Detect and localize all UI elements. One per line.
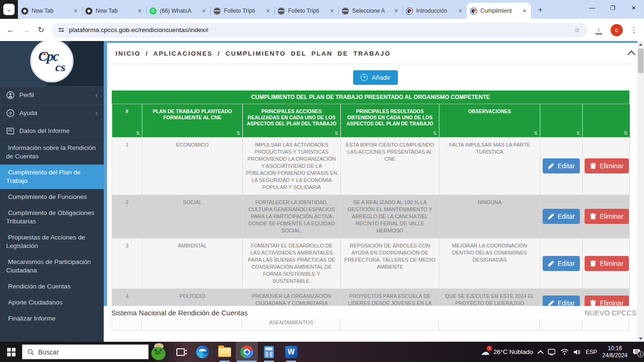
- hidden-icons-chevron[interactable]: [537, 350, 544, 356]
- browser-tab-1[interactable]: New Tab✕: [18, 3, 82, 19]
- sidebar-item-finalizar-informe[interactable]: Finalizar Informe: [0, 311, 104, 327]
- browser-tab-3[interactable]: ✆(66) WhatsA✕: [146, 3, 210, 19]
- sort-icon[interactable]: ⇅: [136, 130, 140, 136]
- sidebar-item-cumplimiento-de-obligaciones-tributarias[interactable]: Cumplimiento de Obligaciones Tributarias: [0, 205, 104, 230]
- sidebar-item-informacion-sobre-la-rendicion-de-cuentas[interactable]: Información sobre la Rendición de Cuenta…: [0, 140, 104, 165]
- table-row-1: 1ECONOMICOIMPULSAR LAS ACTIVIDADES PRODU…: [112, 137, 630, 195]
- cell-acciones: IMPULSAR LAS ACTIVIDADES PRODUCTIVAS Y T…: [243, 137, 341, 195]
- site-info-icon[interactable]: [58, 28, 64, 32]
- sort-icon[interactable]: ⇅: [433, 130, 437, 136]
- sort-icon[interactable]: ⇅: [237, 130, 240, 136]
- reload-button[interactable]: ↻: [38, 26, 44, 34]
- sidebar-item-rendicion-de-cuentas[interactable]: Rendición de Cuentas: [0, 279, 104, 295]
- edit-button[interactable]: Editar: [543, 158, 580, 173]
- profile-avatar[interactable]: c: [611, 24, 623, 36]
- delete-button[interactable]: Eliminar: [585, 256, 629, 271]
- browser-tab-5[interactable]: Folleto Trípti✕: [274, 3, 339, 19]
- sidebar-item-mecanismos-de-participacion-ciudadana[interactable]: Mecanismos de Participación Ciudadana: [0, 254, 104, 279]
- language-indicator[interactable]: ESP: [586, 349, 597, 355]
- weather-widget[interactable]: ☁1 26°C Nublado: [480, 347, 533, 356]
- taskbar-search-input[interactable]: Buscar: [22, 345, 149, 359]
- sidebar-item-datos-del-informe[interactable]: Datos del Informe: [0, 122, 104, 140]
- column-header-3[interactable]: PRINCIPALES ACCIONES REALIZADAS EN CADA …: [243, 104, 341, 137]
- word-icon: W: [285, 346, 297, 358]
- sidebar-item-propuestas-de-acciones-de-legislacion[interactable]: Propuestas de Acciones de Legislación: [0, 230, 104, 254]
- edit-button[interactable]: Editar: [543, 209, 580, 224]
- window-minimize-button[interactable]: —: [582, 0, 603, 16]
- chrome-taskbar-button[interactable]: [236, 342, 258, 362]
- column-header-6[interactable]: ⇅: [540, 104, 583, 137]
- new-tab-button[interactable]: +: [534, 3, 547, 16]
- content-scrollbar[interactable]: [637, 41, 644, 342]
- tab-close-icon[interactable]: ✕: [137, 7, 143, 15]
- tab-close-icon[interactable]: ✕: [265, 7, 271, 15]
- browser-tab-4[interactable]: Folleto Trípti✕: [210, 3, 274, 19]
- wifi-icon[interactable]: [561, 349, 569, 355]
- back-button[interactable]: ←: [7, 26, 15, 34]
- scroll-down-icon[interactable]: [637, 335, 644, 342]
- sort-icon[interactable]: ⇅: [624, 130, 627, 136]
- cell-plan: POLÍTICIO: [142, 288, 243, 306]
- edge-taskbar-button[interactable]: [191, 342, 214, 362]
- volume-icon[interactable]: [574, 349, 581, 355]
- tab-corner: ⌄: [0, 0, 18, 19]
- delete-button[interactable]: Eliminar: [585, 158, 629, 173]
- sidebar-item-cumplimiento-de-funciones[interactable]: Cumplimiento de Funciones: [0, 189, 104, 205]
- delete-button[interactable]: Eliminar: [585, 209, 629, 224]
- column-header-1[interactable]: #⇅: [112, 104, 142, 137]
- window-restore-button[interactable]: ❐: [603, 0, 623, 16]
- address-bar[interactable]: plataforma.cpccs.gob.ec/rendicioncuentas…: [52, 23, 587, 38]
- delete-button[interactable]: Eliminar: [585, 296, 629, 306]
- add-button[interactable]: + Añadir: [353, 70, 397, 85]
- cell-plan: AMBIENTAL: [142, 238, 243, 288]
- downloads-icon[interactable]: ↓: [594, 26, 603, 34]
- edit-button[interactable]: Editar: [543, 256, 580, 271]
- desktop-mascot-image: [150, 343, 166, 361]
- bookmark-star-icon[interactable]: ☆: [574, 26, 580, 34]
- cast-icon[interactable]: [548, 349, 555, 355]
- task-view-button[interactable]: [169, 342, 191, 362]
- collapse-chevron-icon[interactable]: [627, 50, 636, 58]
- browser-menu-icon[interactable]: ⋮: [630, 26, 637, 34]
- taskbar-clock[interactable]: 10:1624/6/2024: [603, 345, 627, 359]
- word-taskbar-button[interactable]: W: [280, 342, 302, 362]
- calculator-taskbar-button[interactable]: [258, 342, 280, 362]
- column-header-7[interactable]: ⇅: [583, 104, 630, 137]
- tab-close-icon[interactable]: ✕: [329, 7, 335, 15]
- sort-icon[interactable]: ⇅: [577, 130, 580, 136]
- column-header-5[interactable]: OBSERVACIONES⇅: [439, 104, 540, 137]
- sidebar-item-cumplimiento-del-plan-de-trabajo[interactable]: Cumplimiento del Plan de Trabajo: [0, 165, 104, 189]
- column-header-2[interactable]: PLAN DE TRABAJO PLANTEADO FORMALMENTE AL…: [142, 104, 243, 137]
- tab-close-icon[interactable]: ✕: [457, 7, 463, 15]
- scroll-up-icon[interactable]: [637, 41, 644, 48]
- sidebar: Cpccs Perfil‹?Ayuda‹Datos del InformeInf…: [0, 41, 104, 342]
- scrollbar-thumb[interactable]: [638, 49, 644, 73]
- browser-tab-8[interactable]: Cumplimient✕: [467, 3, 531, 19]
- notification-center-button[interactable]: 1: [633, 349, 640, 355]
- edit-button[interactable]: Editar: [543, 296, 580, 306]
- tab-close-icon[interactable]: ✕: [201, 7, 207, 15]
- breadcrumb[interactable]: INICIO / APLICACIONES / CUMPLIMIENTO DEL…: [116, 50, 391, 57]
- row-number: 3: [112, 238, 142, 288]
- forward-button[interactable]: →: [22, 26, 30, 34]
- browser-toolbar: ← → ↻ plataforma.cpccs.gob.ec/rendicionc…: [0, 19, 644, 41]
- column-header-4[interactable]: PRINCIPALES RESULTADOS OBTENIDOS EN CADA…: [341, 104, 439, 137]
- tab-close-icon[interactable]: ✕: [73, 7, 79, 15]
- sidebar-item-aporte-ciudadanos[interactable]: Aporte Ciudadanos: [0, 295, 104, 311]
- file-explorer-taskbar-button[interactable]: [214, 342, 236, 362]
- sidebar-item-perfil[interactable]: Perfil‹: [0, 86, 104, 104]
- tab-list-chevron-icon[interactable]: ⌄: [3, 4, 15, 15]
- sort-icon[interactable]: ⇅: [534, 130, 538, 136]
- browser-tab-2[interactable]: New Tab✕: [82, 3, 146, 19]
- browser-tab-6[interactable]: Seleccione A✕: [339, 3, 403, 19]
- sidebar-item-ayuda[interactable]: ?Ayuda‹: [0, 104, 104, 122]
- tab-close-icon[interactable]: ✕: [393, 7, 399, 15]
- browser-tab-7[interactable]: Introducción✕: [403, 3, 467, 19]
- cell-acciones: FORTALECER LA IDENTIDAD, CULTURA GENERAN…: [243, 195, 341, 238]
- window-close-button[interactable]: ✕: [623, 0, 644, 16]
- sort-icon[interactable]: ⇅: [335, 130, 339, 136]
- tab-close-icon[interactable]: ✕: [521, 7, 528, 15]
- windows-taskbar: Buscar W ☁1 26°C Nublado ESP 10:1624: [0, 342, 644, 362]
- tab-title: Introducción: [416, 8, 454, 14]
- start-button[interactable]: [0, 342, 22, 362]
